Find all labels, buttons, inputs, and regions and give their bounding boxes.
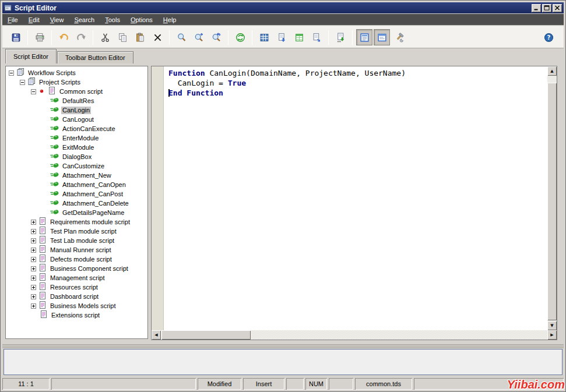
tree-item[interactable]: DefaultRes <box>6 96 147 105</box>
vertical-scroll-thumb[interactable] <box>547 83 557 320</box>
expand-toggle-plus[interactable] <box>31 220 36 225</box>
tab-toolbar-button-editor[interactable]: Toolbar Button Editor <box>57 51 133 63</box>
workflow-scripts-tree[interactable]: Workflow ScriptsProject ScriptsCommon sc… <box>5 66 148 339</box>
toggle-editor-panel-button[interactable] <box>374 29 390 45</box>
tree-item[interactable]: Defects module script <box>6 255 147 264</box>
tree-item-label[interactable]: CanCustomize <box>61 163 106 170</box>
print-button[interactable] <box>31 29 48 45</box>
expand-toggle-plus[interactable] <box>31 285 36 290</box>
expand-toggle-plus[interactable] <box>31 238 36 243</box>
tree-item[interactable]: Attachment_New <box>6 171 147 180</box>
tree-item-label[interactable]: Business Component script <box>49 265 129 273</box>
undo-button[interactable] <box>55 29 72 45</box>
tree-item-label[interactable]: Resources script <box>49 284 99 291</box>
menu-item-file[interactable]: File <box>2 15 23 24</box>
menu-item-edit[interactable]: Edit <box>23 15 45 24</box>
tree-item-label[interactable]: CanLogin <box>61 107 91 114</box>
scroll-down-button[interactable]: ▼ <box>547 321 557 330</box>
scroll-right-button[interactable]: ▶ <box>547 330 557 340</box>
tree-item[interactable]: Resources script <box>6 282 147 292</box>
tree-item-label[interactable]: EnterModule <box>61 135 100 142</box>
find-replace-button[interactable] <box>208 29 224 45</box>
tree-item[interactable]: Dashboard script <box>6 292 147 301</box>
tree-item[interactable]: Test Plan module script <box>6 227 147 236</box>
tree-item-label[interactable]: Extensions script <box>50 312 101 319</box>
tree-item-label[interactable]: DialogBox <box>61 153 93 161</box>
maximize-button[interactable] <box>542 4 551 12</box>
tree-item-label[interactable]: Dashboard script <box>49 293 100 301</box>
tree-item[interactable]: CanLogout <box>6 115 147 124</box>
tree-item[interactable]: ActionCanExecute <box>6 124 147 133</box>
menu-item-view[interactable]: View <box>45 15 69 24</box>
tree-item-label[interactable]: Attachment_New <box>61 172 113 179</box>
tree-item-label[interactable]: DefaultRes <box>61 97 95 105</box>
find-next-button[interactable] <box>191 29 207 45</box>
horizontal-scroll-thumb[interactable] <box>161 330 251 340</box>
tree-item[interactable]: Attachment_CanOpen <box>6 180 147 189</box>
expand-toggle-minus[interactable] <box>31 89 36 94</box>
tree-item[interactable]: Business Component script <box>6 264 147 273</box>
menu-item-options[interactable]: Options <box>125 15 158 24</box>
redo-button[interactable] <box>73 29 89 45</box>
tree-item[interactable]: Test Lab module script <box>6 236 147 245</box>
find-button[interactable] <box>173 29 189 45</box>
tree-item[interactable]: Management script <box>6 273 147 282</box>
minimize-button[interactable] <box>532 4 541 12</box>
close-button[interactable] <box>553 4 562 12</box>
syntax-check-button[interactable] <box>332 29 349 45</box>
tab-script-editor[interactable]: Script Editor <box>5 49 57 63</box>
tree-item[interactable]: Extensions script <box>6 310 147 320</box>
save-table-button[interactable] <box>291 29 307 45</box>
cut-button[interactable] <box>97 29 113 45</box>
menu-item-search[interactable]: Search <box>69 15 100 24</box>
tree-item-label[interactable]: Defects module script <box>49 256 113 263</box>
vertical-scrollbar[interactable]: ▲ ▼ <box>547 66 557 330</box>
tree-item-label[interactable]: Manual Runner script <box>49 246 113 254</box>
tree-item[interactable]: GetDetailsPageName <box>6 208 147 217</box>
tree-item-label[interactable]: Common script <box>58 88 104 96</box>
expand-toggle-plus[interactable] <box>31 229 36 234</box>
tree-item[interactable]: Attachment_CanPost <box>6 189 147 199</box>
export-page-button[interactable] <box>273 29 290 45</box>
delete-button[interactable] <box>149 29 166 45</box>
tree-item[interactable]: CanCustomize <box>6 161 147 171</box>
tree-item[interactable]: Business Models script <box>6 301 147 310</box>
expand-toggle-plus[interactable] <box>31 303 36 309</box>
tree-item[interactable]: Workflow Scripts <box>6 68 147 77</box>
menu-item-help[interactable]: Help <box>158 15 182 24</box>
expand-toggle-plus[interactable] <box>31 266 36 271</box>
tree-item[interactable]: Common script <box>6 87 147 96</box>
paste-button[interactable] <box>132 29 148 45</box>
tree-item[interactable]: Manual Runner script <box>6 245 147 255</box>
tree-item-label[interactable]: Business Models script <box>49 302 117 310</box>
scroll-left-button[interactable]: ◀ <box>152 330 161 340</box>
horizontal-splitter[interactable] <box>2 344 564 348</box>
tree-item-label[interactable]: Workflow Scripts <box>27 69 77 77</box>
tree-item[interactable]: CanLogin <box>6 105 147 115</box>
tree-item-label[interactable]: Attachment_CanPost <box>61 190 124 198</box>
tree-item-label[interactable]: Project Scripts <box>38 79 82 86</box>
tree-item[interactable]: Project Scripts <box>6 77 147 87</box>
tree-item-label[interactable]: Attachment_CanOpen <box>61 181 127 189</box>
expand-toggle-plus[interactable] <box>31 257 36 262</box>
tree-item[interactable]: ExitModule <box>6 143 147 152</box>
toggle-tree-panel-button[interactable] <box>356 29 372 45</box>
customize-button[interactable] <box>391 29 407 45</box>
tree-item[interactable]: Requirements module script <box>6 217 147 227</box>
copy-page-button[interactable] <box>308 29 325 45</box>
horizontal-scrollbar[interactable]: ◀ ▶ <box>152 330 557 340</box>
sync-button[interactable] <box>232 29 248 45</box>
save-button[interactable] <box>8 29 24 45</box>
help-button[interactable]: ? <box>540 29 557 45</box>
tree-item-label[interactable]: ActionCanExecute <box>61 125 117 133</box>
tree-item-label[interactable]: Requirements module script <box>49 218 131 226</box>
code-editor[interactable]: Function CanLogin(DomainName, ProjectNam… <box>164 66 547 330</box>
copy-button[interactable] <box>114 29 131 45</box>
scroll-up-button[interactable]: ▲ <box>547 66 557 76</box>
expand-toggle-minus[interactable] <box>9 70 14 76</box>
tree-item[interactable]: DialogBox <box>6 152 147 161</box>
tree-item-label[interactable]: CanLogout <box>61 116 95 123</box>
expand-toggle-plus[interactable] <box>31 248 36 253</box>
tree-item-label[interactable]: Test Plan module script <box>49 228 118 235</box>
tree-item[interactable]: EnterModule <box>6 133 147 143</box>
